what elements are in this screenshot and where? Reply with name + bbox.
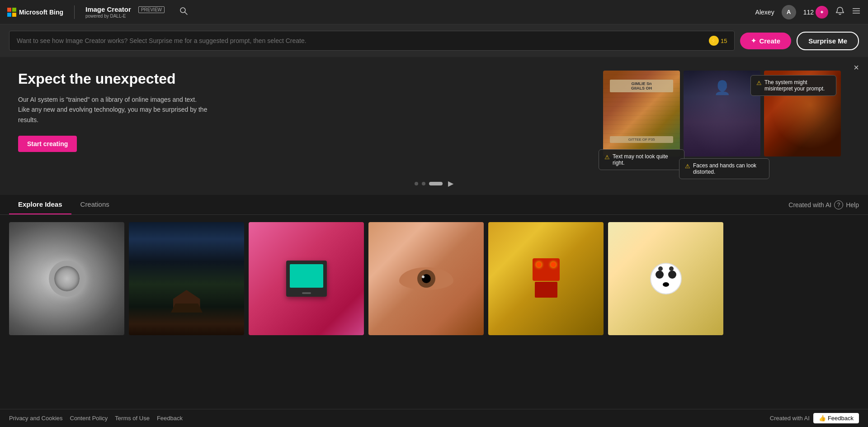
tooltip-text-may-not: ⚠ Text may not look quite right.: [599, 149, 684, 170]
footer-content-policy[interactable]: Content Policy: [70, 415, 108, 422]
header-right: Alexey A 112 ✦: [755, 5, 861, 19]
tooltip-3-text: The system might misinterpret your promp…: [764, 79, 830, 92]
image-creator-title: Image Creator: [85, 5, 131, 14]
tooltip-faces-hands: ⚠ Faces and hands can look distorted.: [679, 158, 769, 179]
boost-lightning-icon: ⚡: [709, 36, 719, 46]
surprise-me-button[interactable]: Surprise Me: [797, 32, 859, 50]
footer-feedback-link[interactable]: Feedback: [157, 415, 183, 422]
footer-created-with-ai: Created with AI: [770, 415, 810, 422]
footer-privacy-cookies[interactable]: Privacy and Cookies: [9, 415, 63, 422]
footer-terms-of-use[interactable]: Terms of Use: [115, 415, 150, 422]
carousel-dot-2[interactable]: [422, 182, 425, 185]
create-button[interactable]: ✦ Create: [740, 33, 791, 49]
hero-image-gas-station[interactable]: GIMLIE SnGIIALS OH GITTEE OF P35: [603, 71, 680, 157]
coins-icon[interactable]: ✦: [816, 6, 828, 19]
tooltip-2-text: Faces and hands can look distorted.: [693, 162, 764, 175]
header-divider: [74, 5, 75, 19]
svg-line-1: [185, 12, 188, 15]
carousel-next-arrow[interactable]: ▶: [448, 179, 453, 188]
search-bar-container: ⚡ 15 ✦ Create Surprise Me: [0, 24, 868, 57]
panda-image-inner: [608, 222, 723, 335]
created-with-ai-label: Created with AI: [788, 201, 831, 209]
ms-logo-icon: [7, 8, 16, 17]
tab-explore-ideas[interactable]: Explore Ideas: [9, 195, 71, 214]
hero-image-1-wrapper: GIMLIE SnGIIALS OH GITTEE OF P35 ⚠ Text …: [603, 71, 680, 157]
user-name[interactable]: Alexey: [755, 9, 774, 16]
feedback-btn-label: Feedback: [828, 415, 854, 422]
warning-icon-3: ⚠: [756, 80, 762, 86]
robot-image-inner: [488, 222, 604, 335]
coins-count: 112: [803, 9, 814, 16]
tabs-left: Explore Ideas Creations: [9, 195, 118, 214]
hamburger-icon[interactable]: [852, 6, 861, 18]
eye-image-inner: [368, 222, 484, 335]
tab-creations[interactable]: Creations: [71, 195, 118, 214]
hero-text-content: Expect the unexpected Our AI system is "…: [18, 71, 208, 152]
ms-bing-logo[interactable]: Microsoft Bing: [7, 8, 63, 17]
warning-icon-2: ⚠: [685, 163, 690, 170]
create-icon: ✦: [751, 37, 756, 44]
hero-content-area: Expect the unexpected Our AI system is "…: [0, 57, 868, 157]
computer-image-inner: [249, 222, 364, 335]
search-input-wrapper[interactable]: ⚡ 15: [9, 31, 735, 51]
grid-item-panda[interactable]: [608, 222, 723, 335]
carousel-dot-1[interactable]: [415, 182, 418, 185]
help-icon[interactable]: ?: [834, 200, 843, 209]
header: Microsoft Bing Image Creator PREVIEW pow…: [0, 0, 868, 24]
boost-count: 15: [721, 38, 727, 44]
ring-image-inner: [9, 222, 124, 335]
feedback-icon: 👍: [819, 415, 826, 422]
avatar[interactable]: A: [782, 5, 796, 19]
footer: Privacy and Cookies Content Policy Terms…: [0, 409, 868, 427]
close-button[interactable]: ×: [854, 62, 859, 73]
hero-banner: × Expect the unexpected Our AI system is…: [0, 57, 868, 195]
header-left: Microsoft Bing Image Creator PREVIEW pow…: [7, 5, 188, 19]
grid-item-computer[interactable]: [249, 222, 364, 335]
boost-badge: ⚡ 15: [709, 36, 727, 46]
cabin-image-inner: [129, 222, 244, 335]
hero-image-2-wrapper: 👤 ⚠ Faces and hands can look distorted.: [684, 71, 760, 157]
tooltip-misinterpret: ⚠ The system might misinterpret your pro…: [750, 75, 836, 96]
ms-bing-label: Microsoft Bing: [19, 9, 63, 16]
coins-badge: 112 ✦: [803, 6, 828, 19]
tabs-container: Explore Ideas Creations Created with AI …: [0, 195, 868, 215]
surprise-label: Surprise Me: [808, 37, 847, 45]
hero-description: Our AI system is "trained" on a library …: [18, 95, 208, 125]
hero-title: Expect the unexpected: [18, 71, 208, 87]
feedback-button[interactable]: 👍 Feedback: [813, 413, 859, 423]
carousel-dot-active[interactable]: [429, 182, 443, 185]
warning-icon-1: ⚠: [604, 154, 610, 161]
preview-badge: PREVIEW: [138, 6, 165, 13]
grid-item-robot[interactable]: [488, 222, 604, 335]
start-creating-button[interactable]: Start creating: [18, 136, 77, 152]
tooltip-1-text: Text may not look quite right.: [613, 153, 679, 166]
search-input[interactable]: [17, 37, 709, 44]
create-label: Create: [759, 37, 780, 45]
grid-item-eye[interactable]: [368, 222, 484, 335]
grid-item-ring[interactable]: [9, 222, 124, 335]
bell-icon[interactable]: [835, 6, 844, 18]
tabs-right: Created with AI ? Help: [788, 200, 859, 209]
image-creator-brand: Image Creator PREVIEW powered by DALL-E: [85, 5, 165, 19]
help-label[interactable]: Help: [846, 201, 859, 209]
hero-image-3-wrapper: ⚠ The system might misinterpret your pro…: [764, 71, 841, 157]
footer-right: Created with AI 👍 Feedback: [770, 413, 859, 423]
image-grid: [0, 215, 868, 342]
grid-item-cabin[interactable]: [129, 222, 244, 335]
hero-image-woman[interactable]: 👤: [684, 71, 760, 157]
powered-by-label: powered by DALL-E: [85, 14, 165, 19]
search-icon[interactable]: [179, 6, 188, 18]
hero-images: GIMLIE SnGIIALS OH GITTEE OF P35 ⚠ Text …: [226, 71, 850, 157]
